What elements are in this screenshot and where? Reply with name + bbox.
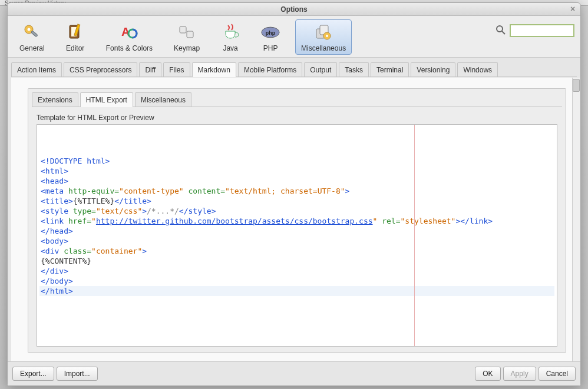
category-editor[interactable]: Editor: [60, 19, 91, 55]
tab-terminal[interactable]: Terminal: [371, 62, 409, 77]
notebook-pencil-icon: [66, 23, 85, 42]
cancel-button[interactable]: Cancel: [539, 367, 576, 381]
code-line: <div class="container">: [39, 246, 554, 256]
java-cup-icon: [221, 23, 240, 42]
code-line: <!DOCTYPE html>: [39, 156, 554, 166]
code-line: <style type="text/css">/*...*/</style>: [39, 206, 554, 216]
code-line: </html>: [39, 286, 554, 296]
keyboard-keys-icon: [177, 23, 196, 42]
subtab-extensions[interactable]: Extensions: [32, 92, 78, 107]
content-area: ExtensionsHTML ExportMiscellaneous Templ…: [11, 78, 577, 361]
category-label: Miscellaneous: [301, 44, 346, 52]
svg-rect-9: [180, 26, 186, 33]
export-button[interactable]: Export...: [12, 367, 54, 381]
search-area: [495, 19, 574, 37]
primary-tabs: Action ItemsCSS PreprocessorsDiffFilesMa…: [8, 58, 580, 77]
dialog-footer: Export... Import... OK Apply Cancel: [8, 361, 580, 385]
subtab-html-export[interactable]: HTML Export: [80, 92, 133, 107]
tab-separator: [11, 77, 577, 77]
svg-rect-10: [187, 31, 193, 38]
misc-gear-icon: [314, 23, 333, 42]
template-editor[interactable]: <!DOCTYPE html><html><head><meta http-eq…: [37, 124, 557, 347]
code-line: </head>: [39, 226, 554, 236]
category-fonts-colors[interactable]: A Fonts & Colors: [100, 19, 158, 55]
sub-panel: ExtensionsHTML ExportMiscellaneous Templ…: [28, 88, 566, 353]
svg-rect-2: [31, 31, 38, 37]
scrollbar-thumb[interactable]: [573, 79, 580, 92]
search-icon[interactable]: [495, 25, 506, 37]
category-label: PHP: [263, 44, 278, 52]
search-input[interactable]: [510, 24, 574, 37]
options-dialog: Options × General Editor A Fonts & Color…: [7, 2, 581, 386]
code-line: <meta http-equiv="content-type" content=…: [39, 186, 554, 196]
margin-guide: [414, 125, 415, 346]
category-label: General: [19, 44, 45, 52]
tab-versioning[interactable]: Versioning: [411, 62, 455, 77]
tab-diff[interactable]: Diff: [139, 62, 161, 77]
tab-output[interactable]: Output: [304, 62, 337, 77]
subtab-miscellaneous[interactable]: Miscellaneous: [135, 92, 191, 107]
category-label: Keymap: [174, 44, 200, 52]
svg-point-17: [497, 26, 503, 32]
gear-wrench-icon: [22, 23, 41, 42]
code-line: <body>: [39, 236, 554, 246]
code-line: </body>: [39, 276, 554, 286]
import-button[interactable]: Import...: [57, 367, 98, 381]
php-badge-icon: php: [261, 23, 280, 42]
svg-text:php: php: [266, 30, 276, 36]
sub-content: Template for HTML Export or Preview <!DO…: [28, 108, 566, 353]
tab-markdown[interactable]: Markdown: [192, 62, 236, 77]
tab-css-preprocessors[interactable]: CSS Preprocessors: [64, 62, 137, 77]
category-label: Editor: [66, 44, 84, 52]
code-line: <title>{%TITLE%}</title>: [39, 196, 554, 206]
titlebar: Options ×: [8, 3, 580, 16]
category-miscellaneous[interactable]: Miscellaneous: [295, 19, 352, 55]
category-general[interactable]: General: [14, 19, 51, 55]
svg-point-1: [28, 28, 31, 31]
category-php[interactable]: php PHP: [255, 19, 286, 55]
category-label: Fonts & Colors: [106, 44, 153, 52]
code-line: <link href="http://twitter.github.com/bo…: [39, 216, 554, 226]
code-line: <head>: [39, 176, 554, 186]
scrollbar-track[interactable]: [572, 78, 580, 361]
section-label: Template for HTML Export or Preview: [37, 114, 557, 122]
tab-tasks[interactable]: Tasks: [339, 62, 369, 77]
svg-point-16: [326, 35, 328, 37]
tab-action-items[interactable]: Action Items: [11, 62, 62, 77]
svg-line-18: [502, 31, 505, 34]
code-line: </div>: [39, 266, 554, 276]
code-line: <html>: [39, 166, 554, 176]
category-java[interactable]: Java: [215, 19, 246, 55]
category-label: Java: [223, 44, 237, 52]
sub-tabs: ExtensionsHTML ExportMiscellaneous: [28, 89, 566, 107]
tab-mobile-platforms[interactable]: Mobile Platforms: [238, 62, 302, 77]
tab-files[interactable]: Files: [163, 62, 190, 77]
category-keymap[interactable]: Keymap: [168, 19, 206, 55]
window-title: Options: [280, 5, 307, 14]
apply-button[interactable]: Apply: [503, 367, 536, 381]
category-toolbar: General Editor A Fonts & Colors Keymap J…: [8, 16, 580, 58]
code-line: {%CONTENT%}: [39, 256, 554, 266]
tab-windows[interactable]: Windows: [457, 62, 498, 77]
font-color-icon: A: [120, 23, 138, 42]
close-icon[interactable]: ×: [569, 5, 577, 13]
ok-button[interactable]: OK: [475, 367, 500, 381]
